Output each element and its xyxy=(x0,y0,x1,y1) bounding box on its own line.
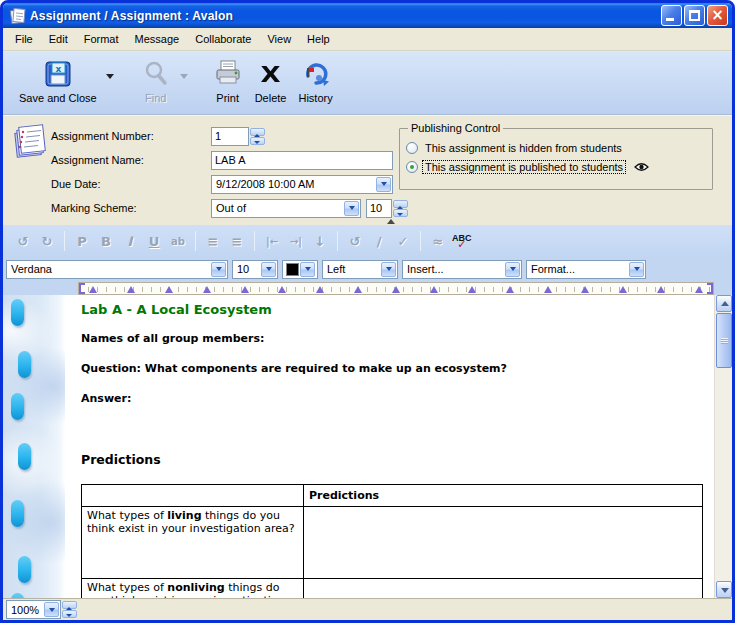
assignment-number-field[interactable]: 1 xyxy=(211,127,249,146)
numbered-list-icon[interactable]: ≡ xyxy=(227,230,247,252)
indent-increase-icon[interactable]: →| xyxy=(286,230,306,252)
signature-icon[interactable]: ≈ xyxy=(428,230,448,252)
tab-stop-marker[interactable] xyxy=(241,282,249,293)
tab-stop-marker[interactable] xyxy=(430,282,438,293)
accept-check-icon[interactable]: ✓ xyxy=(393,230,413,252)
ruler-left-margin-marker[interactable] xyxy=(79,283,85,294)
tab-stop-marker[interactable] xyxy=(695,282,703,293)
move-down-icon[interactable]: ↓ xyxy=(310,230,330,252)
find-dropdown-arrow[interactable] xyxy=(177,56,191,96)
find-button[interactable]: Find xyxy=(135,56,177,106)
tab-stop-marker[interactable] xyxy=(127,282,135,293)
spellcheck-button[interactable]: ABC ✓ xyxy=(452,234,472,249)
tab-stop-marker[interactable] xyxy=(89,282,97,293)
close-button[interactable]: × xyxy=(707,5,728,26)
living-answer-cell[interactable] xyxy=(304,507,703,579)
maximize-button[interactable] xyxy=(684,5,705,26)
radio-unchecked-icon[interactable] xyxy=(406,142,418,154)
menu-collaborate[interactable]: Collaborate xyxy=(187,30,259,48)
due-date-dropdown[interactable]: 9/12/2008 10:00 AM xyxy=(211,175,393,194)
pen-icon[interactable]: / xyxy=(369,230,389,252)
menu-format[interactable]: Format xyxy=(76,30,127,48)
nonliving-answer-cell[interactable] xyxy=(304,579,703,599)
zoom-spinner[interactable] xyxy=(62,601,77,618)
menu-file[interactable]: File xyxy=(7,30,41,48)
menu-message[interactable]: Message xyxy=(127,30,188,48)
history-button[interactable]: History xyxy=(292,56,338,106)
tab-stop-marker[interactable] xyxy=(468,282,476,293)
menu-help[interactable]: Help xyxy=(299,30,338,48)
find-icon xyxy=(141,58,171,90)
font-color-dropdown[interactable] xyxy=(282,260,318,279)
radio-checked-icon[interactable] xyxy=(406,161,418,173)
scrollbar-thumb[interactable] xyxy=(716,313,732,368)
tab-stop-marker[interactable] xyxy=(657,282,665,293)
minimize-button[interactable] xyxy=(661,5,682,26)
bold-icon[interactable]: B xyxy=(96,230,116,252)
scroll-up-button[interactable] xyxy=(716,295,732,312)
tab-stop-marker[interactable] xyxy=(392,282,400,293)
main-toolbar: x Save and Close Find xyxy=(3,52,732,115)
hidden-option-label: This assignment is hidden from students xyxy=(423,142,624,154)
table-row: What types of living things do you think… xyxy=(82,507,703,579)
menu-view[interactable]: View xyxy=(259,30,299,48)
window-title: Assignment / Assignment : Avalon xyxy=(30,9,661,23)
hidden-from-students-option[interactable]: This assignment is hidden from students xyxy=(406,138,706,157)
delete-button[interactable]: X Delete xyxy=(249,56,293,106)
scroll-down-button[interactable] xyxy=(716,581,732,598)
marking-scheme-dropdown[interactable]: Out of xyxy=(211,199,361,218)
rotate-icon[interactable]: ↺ xyxy=(345,230,365,252)
assignment-number-spinner[interactable] xyxy=(250,128,265,145)
font-name-dropdown[interactable]: Verdana xyxy=(6,260,228,279)
tab-stop-marker[interactable] xyxy=(581,282,589,293)
save-icon: x xyxy=(43,58,73,90)
binding-capsule-icon xyxy=(11,500,24,527)
binding-capsule-icon xyxy=(11,299,24,326)
zoom-dropdown[interactable]: 100% xyxy=(6,600,61,619)
ruler[interactable] xyxy=(78,282,714,295)
redo-icon[interactable]: ↻ xyxy=(37,230,57,252)
toolbar-separator xyxy=(195,231,196,251)
predictions-heading: Predictions xyxy=(81,452,714,467)
underline-icon[interactable]: U xyxy=(144,230,164,252)
menu-bar: File Edit Format Message Collaborate Vie… xyxy=(3,28,732,51)
published-to-students-option[interactable]: This assignment is published to students xyxy=(406,157,706,176)
font-size-dropdown[interactable]: 10 xyxy=(232,260,278,279)
marking-scheme-label: Marking Scheme: xyxy=(51,202,211,214)
tab-stop-marker[interactable] xyxy=(619,282,627,293)
tab-stop-marker[interactable] xyxy=(506,282,514,293)
tab-stop-marker[interactable] xyxy=(354,282,362,293)
alignment-dropdown[interactable]: Left xyxy=(322,260,398,279)
table-header-empty xyxy=(82,485,304,507)
print-button[interactable]: Print xyxy=(207,56,249,106)
vertical-scrollbar[interactable] xyxy=(714,295,732,598)
inline-style-icon[interactable]: ab xyxy=(168,230,188,252)
assignment-name-input[interactable] xyxy=(211,151,393,170)
italic-icon[interactable]: I xyxy=(120,230,140,252)
document-title: Lab A - A Local Ecosystem xyxy=(81,302,714,317)
tab-stop-marker[interactable] xyxy=(316,282,324,293)
undo-icon[interactable]: ↺ xyxy=(13,230,33,252)
assignment-number-label: Assignment Number: xyxy=(51,130,211,142)
nonliving-question-cell: What types of nonliving things do you th… xyxy=(82,579,304,599)
bullet-list-icon[interactable]: ≡ xyxy=(203,230,223,252)
format-dropdown[interactable]: Format... xyxy=(526,260,646,279)
publishing-control-group: Publishing Control This assignment is hi… xyxy=(399,122,713,190)
paragraph-icon[interactable]: P xyxy=(72,230,92,252)
ruler-right-margin-marker[interactable] xyxy=(707,283,713,294)
splitter-handle[interactable] xyxy=(387,215,395,224)
tab-stop-marker[interactable] xyxy=(278,282,286,293)
document-editor[interactable]: Lab A - A Local Ecosystem Names of all g… xyxy=(3,295,732,598)
tab-stop-marker[interactable] xyxy=(203,282,211,293)
marking-scheme-arrow-icon xyxy=(344,201,359,216)
tab-stop-marker[interactable] xyxy=(165,282,173,293)
insert-dropdown[interactable]: Insert... xyxy=(402,260,522,279)
save-and-close-button[interactable]: x Save and Close xyxy=(13,56,103,106)
history-icon xyxy=(301,58,331,90)
tab-stop-marker[interactable] xyxy=(544,282,552,293)
menu-edit[interactable]: Edit xyxy=(41,30,76,48)
indent-decrease-icon[interactable]: |← xyxy=(262,230,282,252)
save-dropdown-arrow[interactable] xyxy=(103,56,117,96)
document-content[interactable]: Lab A - A Local Ecosystem Names of all g… xyxy=(65,295,714,598)
marking-points-spinner[interactable] xyxy=(393,200,408,217)
